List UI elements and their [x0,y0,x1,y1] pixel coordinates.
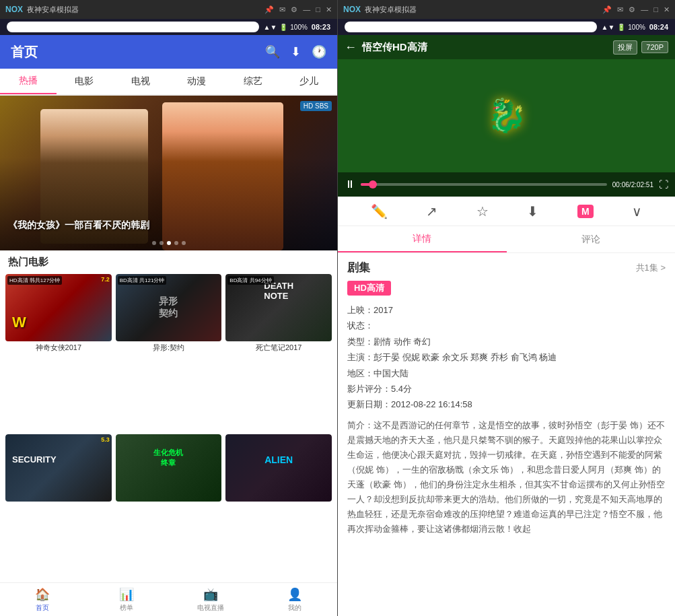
dot-3 [167,241,171,245]
dot-5 [182,241,186,245]
video-progress-bar[interactable] [361,183,607,186]
movie-name-6 [225,502,332,504]
download-icon[interactable]: ⬇ [291,44,301,59]
edit-icon[interactable]: ✏️ [371,203,388,219]
list-item[interactable]: 生化危机终章 [116,434,222,580]
bottom-nav-home-label: 首页 [36,603,49,613]
right-battery-percent: 100% [628,24,645,31]
episodes-section-header: 剧集 共1集 > [347,260,666,275]
detail-tabs: 详情 评论 [338,226,675,253]
bio-text: 生化危机终章 [153,448,183,468]
movie-thumb-ww: W HD高清 韩共127分钟 7.2 [5,274,112,341]
video-player[interactable]: ← 悟空传HD高清 投屏 720P 🐉 ⏸ 00:06/2:02:51 ⛶ [338,35,675,197]
tab-detail[interactable]: 详情 [338,226,507,252]
bottom-nav-profile-label: 我的 [288,603,301,613]
info-update-date: 更新日期：2012-08-22 16:14:58 [347,397,666,412]
video-progress-dot [369,180,377,189]
left-app-title: 首页 [11,43,265,61]
bottom-nav-live[interactable]: 📺 电视直播 [169,587,253,613]
bottom-nav-home[interactable]: 🏠 首页 [0,587,84,613]
dot-2 [159,241,164,245]
close-icon[interactable]: ✕ [326,5,332,14]
list-item[interactable]: 异形契约 BD高清 共121分钟 异形:契约 [116,274,222,430]
right-pin-icon[interactable]: 📌 [602,5,612,14]
settings-icon[interactable]: ⚙ [291,5,297,14]
right-status-bar: ▲▼ 🔋 100% 08:24 [338,19,675,35]
home-icon: 🏠 [35,587,50,602]
episodes-title: 剧集 [347,260,370,275]
tab-hot[interactable]: 热播 [0,69,57,94]
list-item[interactable]: W HD高清 韩共127分钟 7.2 神奇女侠2017 [5,274,112,430]
fullscreen-button[interactable]: ⛶ [659,179,668,190]
left-app-header: 首页 🔍 ⬇ 🕐 [0,35,337,69]
left-banner[interactable]: HD SBS 《我的女孩》一部百看不厌的韩剧 [0,96,337,250]
search-icon[interactable]: 🔍 [265,44,280,59]
right-minimize-icon[interactable]: — [641,5,648,14]
pause-button[interactable]: ⏸ [345,178,355,191]
list-item[interactable]: DEATHNOTE BD高清 共94分钟 死亡笔记2017 [225,274,332,430]
movie-name-2: 异形:契约 [116,341,222,354]
left-header-icons: 🔍 ⬇ 🕐 [265,44,326,59]
video-controls: ⏸ 00:06/2:02:51 ⛶ [338,172,675,197]
banner-badge: HD SBS [300,101,332,111]
tab-anime[interactable]: 动漫 [169,69,225,94]
right-settings-icon[interactable]: ⚙ [629,5,635,14]
left-emu-title: 夜神安卓模拟器 [27,5,79,15]
left-status-icons: ▲▼ 🔋 100% [263,24,307,31]
movie-name-5 [116,502,222,504]
minimize-icon[interactable]: — [303,5,310,14]
video-header: ← 悟空传HD高清 投屏 720P [338,35,675,59]
info-genre: 类型：剧情 动作 奇幻 [347,334,666,349]
movie-badge-2: BD高清 共121分钟 [118,276,167,285]
right-emu-title: 夜神安卓模拟器 [365,5,417,15]
content-area[interactable]: 剧集 共1集 > HD高清 上映：2017 状态： 类型：剧情 动作 奇幻 主演… [338,253,675,616]
tab-tv[interactable]: 电视 [112,69,169,94]
right-maximize-icon[interactable]: □ [653,5,658,14]
tab-movie[interactable]: 电影 [57,69,113,94]
banner-person-right [162,102,283,250]
mail-icon[interactable]: ✉ [279,5,285,14]
right-panel: NOX 夜神安卓模拟器 📌 ✉ ⚙ — □ ✕ ▲▼ 🔋 100% 08:24 … [338,0,675,616]
right-status-icons: ▲▼ 🔋 100% [601,24,645,31]
star-icon[interactable]: ☆ [476,203,489,219]
battery-percent: 100% [290,24,308,31]
live-icon: 📺 [203,587,218,602]
bottom-nav-ranking[interactable]: 📊 榜单 [84,587,168,613]
list-item[interactable]: SECURITY 5.3 [5,434,112,580]
back-icon[interactable]: ← [345,40,357,55]
right-mail-icon[interactable]: ✉ [617,5,623,14]
left-nav-tabs: 热播 电影 电视 动漫 综艺 少儿 [0,69,337,96]
mgtv-icon[interactable]: M [577,205,594,218]
tab-comments[interactable]: 评论 [507,226,676,252]
episodes-count[interactable]: 共1集 > [636,262,666,274]
download-action-icon[interactable]: ⬇ [527,203,538,219]
expand-icon[interactable]: ∨ [632,203,642,219]
movie-thumb-security: SECURITY 5.3 [5,434,112,502]
bottom-nav-profile[interactable]: 👤 我的 [253,587,337,613]
cast-button[interactable]: 投屏 [613,40,637,55]
tab-variety[interactable]: 综艺 [225,69,281,94]
pin-icon[interactable]: 📌 [264,5,274,14]
ranking-icon: 📊 [119,587,134,602]
list-item[interactable]: ALIEN [225,434,332,580]
video-title: 悟空传HD高清 [362,41,609,54]
history-icon[interactable]: 🕐 [312,44,326,59]
movie-badge-1: HD高清 韩共127分钟 [7,276,62,285]
maximize-icon[interactable]: □ [316,5,320,14]
right-close-icon[interactable]: ✕ [664,5,670,14]
battery-icon: 🔋 [279,24,287,31]
share-icon[interactable]: ↗ [426,203,437,219]
movie-thumb-alien2: 异形契约 BD高清 共121分钟 [116,274,222,341]
movie-rating-4: 5.3 [101,436,110,443]
movie-name-1: 神奇女侠2017 [5,341,112,354]
quality-button[interactable]: 720P [641,41,668,53]
movie-grid: W HD高清 韩共127分钟 7.2 神奇女侠2017 异形契约 BD高清 共1… [0,271,337,582]
dot-4 [174,241,178,245]
movie-thumb-bio: 生化危机终章 [116,434,222,502]
dot-1 [152,241,156,245]
alien2-text: 异形契约 [159,296,178,320]
right-battery-icon: 🔋 [617,24,625,31]
left-status-search-bar [7,22,259,32]
left-emu-controls: 📌 ✉ ⚙ — □ ✕ [264,5,332,14]
tab-kids[interactable]: 少儿 [281,69,338,94]
